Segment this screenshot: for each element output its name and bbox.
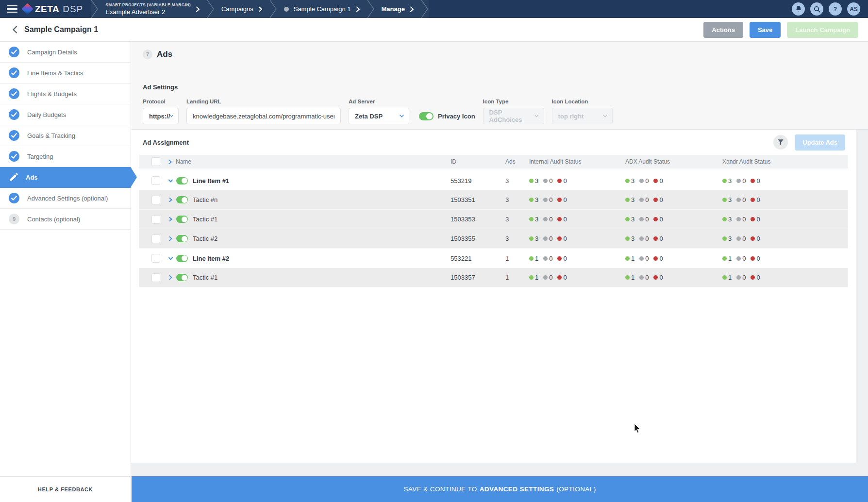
sidebar-item-line-items-tactics[interactable]: Line Items & Tactics bbox=[0, 63, 131, 84]
row-enabled-toggle[interactable] bbox=[176, 274, 188, 281]
breadcrumb-item-example-advertiser-2[interactable]: SMART PROJECTS (VARIABLE MARGIN)Example … bbox=[99, 0, 207, 18]
header-buttons: Actions Save Launch Campaign bbox=[703, 22, 858, 38]
xandr-audit-status: 300 bbox=[722, 196, 760, 203]
column-header-id[interactable]: ID bbox=[451, 158, 505, 165]
adx-audit-status: 100 bbox=[625, 274, 663, 281]
sidebar-item-label: Contacts (optional) bbox=[27, 216, 80, 223]
row-enabled-toggle[interactable] bbox=[176, 177, 188, 184]
search-button[interactable] bbox=[810, 2, 823, 16]
sidebar-item-flights-budgets[interactable]: Flights & Budgets bbox=[0, 84, 131, 104]
sidebar-item-advanced-settings-optional[interactable]: Advanced Settings (optional) bbox=[0, 188, 131, 209]
row-checkbox[interactable] bbox=[151, 254, 160, 263]
row-checkbox[interactable] bbox=[151, 273, 160, 282]
status-count: 0 bbox=[645, 274, 649, 281]
save-continue-bar[interactable]: SAVE & CONTINUE TO ADVANCED SETTINGS (OP… bbox=[132, 476, 868, 502]
ad-server-select[interactable]: Zeta DSP bbox=[349, 108, 409, 124]
help-feedback-link[interactable]: HELP & FEEDBACK bbox=[0, 476, 131, 502]
column-header-adx-audit[interactable]: ADX Audit Status bbox=[625, 158, 722, 165]
status-count: 0 bbox=[742, 255, 746, 262]
filter-button[interactable] bbox=[773, 135, 788, 150]
chevron-down-icon[interactable] bbox=[168, 256, 173, 261]
help-button[interactable]: ? bbox=[829, 2, 842, 16]
sidebar-item-ads[interactable]: Ads bbox=[0, 167, 131, 188]
zeta-dsp-logo[interactable]: ZETA DSP bbox=[23, 0, 91, 18]
row-checkbox[interactable] bbox=[151, 234, 160, 243]
notifications-button[interactable] bbox=[792, 2, 805, 16]
status-count: 0 bbox=[659, 177, 663, 184]
ad-settings-form: Protocol https:// Landing URL Ad Server bbox=[143, 99, 868, 124]
column-header-xandr-audit[interactable]: Xandr Audit Status bbox=[722, 158, 848, 165]
row-id: 1503353 bbox=[451, 216, 505, 223]
status-dot-approved-icon bbox=[722, 198, 727, 202]
column-header-internal-audit[interactable]: Internal Audit Status bbox=[529, 158, 625, 165]
status-dot-approved-icon bbox=[625, 217, 630, 221]
row-enabled-toggle[interactable] bbox=[176, 235, 188, 242]
status-count: 0 bbox=[659, 216, 663, 223]
sidebar-item-label: Targeting bbox=[27, 153, 53, 160]
campaign-steps-sidebar: Campaign DetailsLine Items & TacticsFlig… bbox=[0, 42, 131, 502]
landing-url-input[interactable] bbox=[186, 108, 341, 124]
column-header-name[interactable]: Name bbox=[176, 158, 191, 165]
actions-button[interactable]: Actions bbox=[703, 22, 743, 38]
sidebar-item-campaign-details[interactable]: Campaign Details bbox=[0, 42, 131, 63]
row-id: 1503355 bbox=[451, 235, 505, 242]
chevron-right-icon[interactable] bbox=[168, 197, 173, 202]
row-checkbox[interactable] bbox=[151, 196, 160, 204]
status-dot-approved-icon bbox=[625, 236, 630, 241]
sidebar-item-label: Advanced Settings (optional) bbox=[27, 195, 108, 202]
row-enabled-toggle[interactable] bbox=[176, 216, 188, 223]
back-button[interactable] bbox=[9, 24, 20, 35]
sidebar-item-goals-tracking[interactable]: Goals & Tracking bbox=[0, 125, 131, 146]
sidebar-item-daily-budgets[interactable]: Daily Budgets bbox=[0, 104, 131, 125]
status-count: 3 bbox=[631, 216, 634, 223]
select-all-checkbox[interactable] bbox=[151, 157, 160, 166]
row-enabled-toggle[interactable] bbox=[176, 255, 188, 262]
status-count: 0 bbox=[742, 196, 746, 203]
menu-icon[interactable] bbox=[0, 0, 23, 18]
status-count: 3 bbox=[535, 177, 538, 184]
row-enabled-toggle[interactable] bbox=[176, 196, 188, 203]
adx-audit-status: 100 bbox=[625, 255, 663, 262]
protocol-select[interactable]: https:// bbox=[143, 108, 179, 124]
sidebar-item-label: Flights & Budgets bbox=[27, 90, 77, 98]
status-count: 0 bbox=[756, 255, 760, 262]
launch-campaign-button[interactable]: Launch Campaign bbox=[787, 22, 858, 38]
sidebar-item-targeting[interactable]: Targeting bbox=[0, 146, 131, 167]
status-dot-pending-icon bbox=[543, 198, 548, 202]
sidebar-item-contacts-optional[interactable]: 9Contacts (optional) bbox=[0, 209, 131, 230]
status-count: 0 bbox=[563, 235, 567, 242]
row-ads-count: 3 bbox=[505, 177, 529, 184]
privacy-icon-toggle[interactable] bbox=[419, 112, 434, 120]
status-dot-pending-icon bbox=[639, 275, 644, 280]
internal-audit-status: 300 bbox=[529, 196, 567, 203]
bell-icon bbox=[795, 5, 802, 13]
status-count: 0 bbox=[756, 235, 760, 242]
breadcrumb-item-manage[interactable]: Manage bbox=[375, 0, 421, 18]
chevron-down-icon[interactable] bbox=[168, 178, 173, 184]
status-count: 0 bbox=[645, 216, 649, 223]
update-ads-button[interactable]: Update Ads bbox=[795, 134, 845, 151]
chevron-right-icon[interactable] bbox=[168, 159, 172, 165]
chevron-right-icon[interactable] bbox=[168, 217, 173, 222]
save-button[interactable]: Save bbox=[750, 22, 781, 38]
landing-url-label: Landing URL bbox=[186, 99, 341, 104]
row-checkbox[interactable] bbox=[151, 176, 160, 185]
status-count: 0 bbox=[549, 177, 552, 184]
user-avatar[interactable]: AS bbox=[847, 2, 860, 16]
status-count: 0 bbox=[756, 274, 760, 281]
status-dot-approved-icon bbox=[529, 256, 534, 261]
sidebar-nav: Campaign DetailsLine Items & TacticsFlig… bbox=[0, 42, 131, 230]
chevron-right-icon[interactable] bbox=[168, 236, 173, 241]
check-circle-icon bbox=[9, 88, 19, 99]
step-number-badge: 9 bbox=[9, 214, 19, 224]
adx-audit-status: 300 bbox=[625, 177, 663, 184]
row-checkbox[interactable] bbox=[151, 215, 160, 224]
status-count: 0 bbox=[659, 255, 663, 262]
column-header-ads[interactable]: Ads bbox=[505, 158, 529, 165]
row-ads-count: 3 bbox=[505, 235, 529, 242]
breadcrumb-item-campaigns[interactable]: Campaigns bbox=[215, 0, 269, 18]
status-count: 0 bbox=[659, 274, 663, 281]
icon-location-field: Icon Location top right bbox=[552, 99, 613, 124]
breadcrumb-item-sample-campaign-1[interactable]: Sample Campaign 1 bbox=[277, 0, 367, 18]
chevron-right-icon[interactable] bbox=[168, 275, 173, 280]
